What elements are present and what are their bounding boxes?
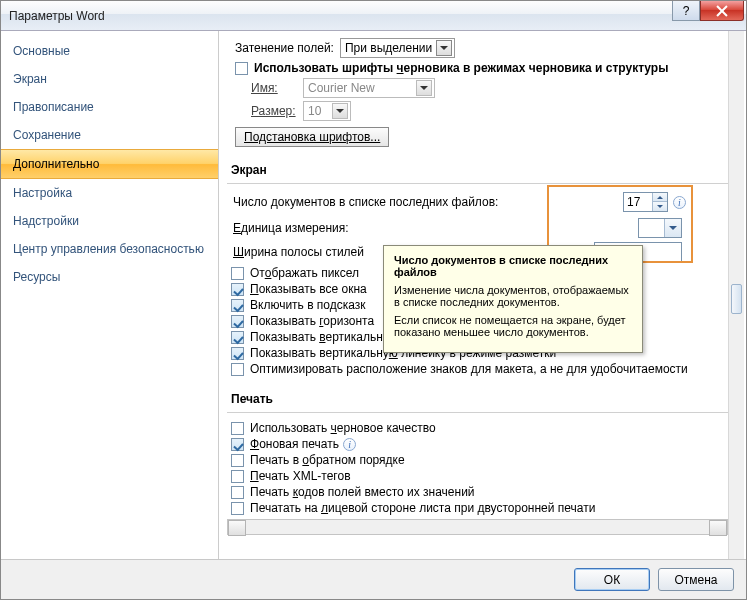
- section-print: Печать: [227, 386, 728, 413]
- window-buttons: ?: [672, 1, 744, 21]
- chk-reverse-label: Печать в обратном порядке: [250, 453, 405, 467]
- shading-combo[interactable]: При выделении: [340, 38, 455, 58]
- titlebar[interactable]: Параметры Word ?: [1, 1, 746, 31]
- sidebar-item-customize[interactable]: Настройка: [1, 179, 218, 207]
- sidebar-item-main[interactable]: Основные: [1, 37, 218, 65]
- spin-down-icon[interactable]: [653, 202, 667, 211]
- vertical-scrollbar[interactable]: [728, 31, 744, 559]
- chk-vruler[interactable]: [231, 347, 244, 360]
- info-icon[interactable]: [343, 438, 356, 451]
- info-icon[interactable]: [673, 196, 686, 209]
- sidebar: Основные Экран Правописание Сохранение Д…: [1, 31, 219, 559]
- close-button[interactable]: [700, 1, 744, 21]
- sidebar-item-addins[interactable]: Надстройки: [1, 207, 218, 235]
- sidebar-item-trust[interactable]: Центр управления безопасностью: [1, 235, 218, 263]
- chk-optimize[interactable]: [231, 363, 244, 376]
- chk-all-windows-label: Показывать все окна: [250, 282, 367, 296]
- scrollbar-thumb[interactable]: [731, 284, 742, 314]
- font-name-label: Имя:: [251, 81, 303, 95]
- font-size-combo: 10: [303, 101, 351, 121]
- tooltip-text-2: Если список не помещается на экране, буд…: [394, 314, 632, 338]
- recent-docs-input[interactable]: [624, 193, 652, 211]
- help-button[interactable]: ?: [672, 1, 700, 21]
- chk-draft-quality[interactable]: [231, 422, 244, 435]
- chk-xml-tags-label: Печать XML-тегов: [250, 469, 351, 483]
- chk-reverse[interactable]: [231, 454, 244, 467]
- sidebar-item-advanced[interactable]: Дополнительно: [1, 149, 218, 179]
- chevron-down-icon: [416, 80, 432, 96]
- chk-background-print[interactable]: [231, 438, 244, 451]
- shading-label: Затенение полей:: [235, 41, 334, 55]
- content-pane[interactable]: Затенение полей: При выделении Использов…: [219, 31, 746, 559]
- sidebar-item-screen[interactable]: Экран: [1, 65, 218, 93]
- chk-draft-quality-label: Использовать черновое качество: [250, 421, 436, 435]
- chk-front-side[interactable]: [231, 502, 244, 515]
- chk-all-windows[interactable]: [231, 283, 244, 296]
- font-size-label: Размер:: [251, 104, 303, 118]
- chevron-down-icon: [332, 103, 348, 119]
- chk-xml-tags[interactable]: [231, 470, 244, 483]
- chevron-down-icon[interactable]: [664, 219, 681, 237]
- chk-hscroll[interactable]: [231, 315, 244, 328]
- tooltip-title: Число документов в списке последних файл…: [394, 254, 632, 278]
- chk-vscroll[interactable]: [231, 331, 244, 344]
- sidebar-item-resources[interactable]: Ресурсы: [1, 263, 218, 291]
- client-area: Основные Экран Правописание Сохранение Д…: [1, 31, 746, 559]
- units-label: Единица измерения:: [233, 221, 349, 235]
- ok-button[interactable]: ОК: [574, 568, 650, 591]
- chk-pixels[interactable]: [231, 267, 244, 280]
- recent-docs-label: Число документов в списке последних файл…: [233, 195, 498, 209]
- tooltip-text-1: Изменение числа документов, отображаемых…: [394, 284, 632, 308]
- font-substitution-button[interactable]: Подстановка шрифтов...: [235, 127, 389, 147]
- dialog-footer: ОК Отмена: [1, 559, 746, 599]
- close-icon: [716, 5, 728, 17]
- tooltip: Число документов в списке последних файл…: [383, 245, 643, 353]
- dialog-window: Параметры Word ? Основные Экран Правопис…: [0, 0, 747, 600]
- font-name-combo: Courier New: [303, 78, 435, 98]
- chk-front-side-label: Печатать на лицевой стороне листа при дв…: [250, 501, 595, 515]
- chk-background-print-label: Фоновая печать: [250, 437, 339, 451]
- sidebar-item-spelling[interactable]: Правописание: [1, 93, 218, 121]
- recent-docs-spinner[interactable]: [623, 192, 668, 212]
- cancel-button[interactable]: Отмена: [658, 568, 734, 591]
- chevron-down-icon[interactable]: [436, 40, 452, 56]
- draft-fonts-checkbox[interactable]: [235, 62, 248, 75]
- units-combo[interactable]: [638, 218, 682, 238]
- section-screen: Экран: [227, 157, 728, 184]
- window-title: Параметры Word: [9, 9, 105, 23]
- chk-tooltips[interactable]: [231, 299, 244, 312]
- chk-tooltips-label: Включить в подсказк: [250, 298, 366, 312]
- sidebar-item-save[interactable]: Сохранение: [1, 121, 218, 149]
- chk-hscroll-label: Показывать горизонта: [250, 314, 374, 328]
- chk-pixels-label: Отображать пиксел: [250, 266, 359, 280]
- chk-optimize-label: Оптимизировать расположение знаков для м…: [250, 362, 688, 376]
- chk-field-codes[interactable]: [231, 486, 244, 499]
- spin-up-icon[interactable]: [653, 193, 667, 202]
- stylewidth-label: Ширина полосы стилей: [233, 245, 364, 259]
- draft-fonts-label: Использовать шрифты черновика в режимах …: [254, 61, 668, 75]
- horizontal-scrollbar[interactable]: [227, 519, 728, 535]
- chk-field-codes-label: Печать кодов полей вместо их значений: [250, 485, 475, 499]
